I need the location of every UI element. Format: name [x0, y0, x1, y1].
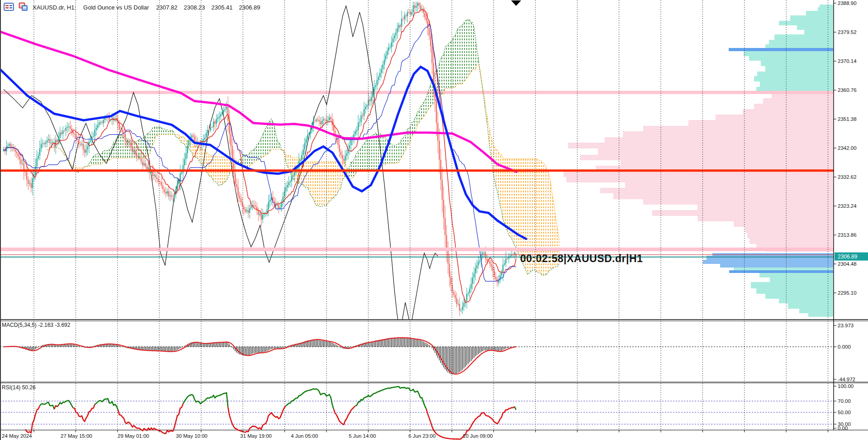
svg-text:6 Jun 23:00: 6 Jun 23:00: [408, 433, 436, 439]
svg-text:70.00: 70.00: [838, 398, 851, 404]
svg-text:24 May 2024: 24 May 2024: [2, 433, 32, 439]
svg-text:2313.86: 2313.86: [838, 232, 857, 238]
svg-text:2388.90: 2388.90: [838, 0, 857, 6]
svg-text:0.00: 0.00: [838, 426, 848, 431]
quote-high: 2308.23: [184, 4, 205, 11]
svg-text:50.00: 50.00: [838, 410, 851, 415]
svg-text:30 May 10:00: 30 May 10:00: [176, 433, 208, 439]
rsi-indicator-label: RSI(14) 50.26: [2, 384, 36, 391]
svg-text:0.000: 0.000: [838, 344, 851, 349]
quote-low: 2305.41: [211, 4, 232, 11]
svg-text:29 May 01:00: 29 May 01:00: [118, 433, 149, 439]
svg-text:2379.52: 2379.52: [838, 29, 857, 35]
svg-text:23.973: 23.973: [838, 323, 854, 328]
svg-text:2351.38: 2351.38: [838, 116, 857, 122]
svg-text:100.00: 100.00: [838, 383, 854, 389]
trading-terminal-chart-window: 2388.902379.522370.142360.762351.382342.…: [0, 0, 868, 440]
macd-indicator-label: MACD(5,34,5) -2.163 -3.692: [2, 322, 70, 328]
symbol-period-label: XAUUSD.dr, H1:: [33, 4, 76, 11]
chart-header: XAUUSD.dr, H1: Gold Ounce vs US Dollar 2…: [4, 2, 264, 13]
symbol-description: Gold Ounce vs US Dollar: [83, 4, 149, 11]
main-chart-canvas[interactable]: 2388.902379.522370.142360.762351.382342.…: [0, 0, 868, 440]
chart-list-icon[interactable]: [4, 3, 14, 12]
svg-text:2342.00: 2342.00: [838, 145, 857, 151]
svg-text:2370.14: 2370.14: [838, 58, 857, 64]
svg-text:2323.24: 2323.24: [838, 203, 857, 209]
hline-pink-band: [0, 248, 834, 251]
candle-countdown-overlay: 00:02:58|XAUUSD.dr|H1: [520, 253, 643, 265]
svg-text:2332.62: 2332.62: [838, 174, 857, 180]
svg-text:31 May 19:00: 31 May 19:00: [240, 433, 272, 439]
chart-windows-icon[interactable]: [19, 2, 28, 13]
svg-text:2295.10: 2295.10: [838, 290, 857, 296]
svg-text:-44.972: -44.972: [838, 377, 855, 382]
quote-close: 2306.89: [239, 4, 260, 11]
svg-text:2360.76: 2360.76: [838, 87, 857, 93]
svg-text:10 Jun 09:00: 10 Jun 09:00: [463, 433, 493, 439]
pane-left-border: [0, 0, 1, 440]
hline-orange: [0, 169, 834, 172]
svg-text:2306.89: 2306.89: [838, 253, 858, 260]
svg-text:27 May 15:00: 27 May 15:00: [61, 433, 92, 439]
hline-pink-upper: [0, 91, 834, 94]
svg-text:4 Jun 05:00: 4 Jun 05:00: [291, 433, 318, 439]
svg-text:2304.48: 2304.48: [838, 261, 857, 267]
svg-text:5 Jun 14:00: 5 Jun 14:00: [349, 433, 376, 439]
quote-open: 2307.82: [156, 4, 177, 11]
